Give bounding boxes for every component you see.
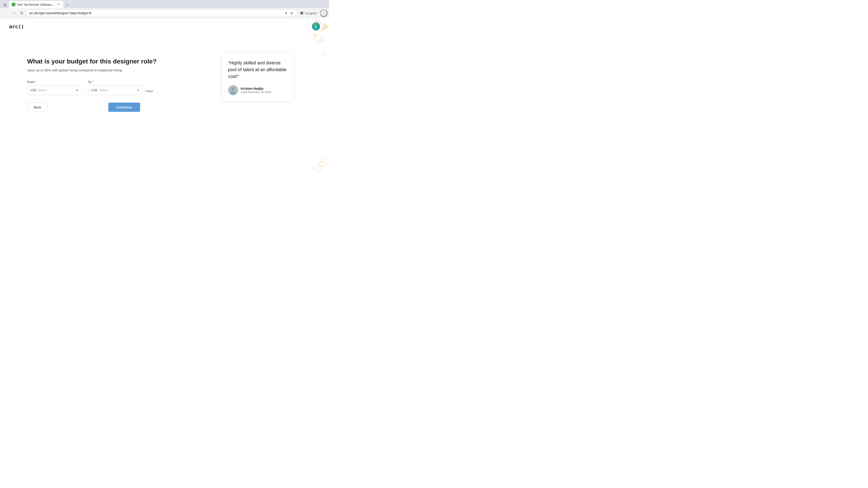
active-tab[interactable]: Hire Top Remote Software Dev ✕	[9, 1, 63, 8]
continue-button[interactable]: Continue	[108, 103, 140, 112]
forward-button[interactable]: →	[10, 9, 17, 17]
to-label: To *	[88, 80, 142, 84]
svg-point-2	[231, 88, 235, 91]
tab-favicon	[12, 3, 16, 6]
address-bar[interactable]: arc.dev/get-started/designer?step=budget…	[26, 9, 297, 17]
author-info: Kristen Hadjis Lead Recruiter @ Stem	[241, 87, 272, 94]
author-title: Lead Recruiter @ Stem	[241, 90, 272, 94]
tab-title: Hire Top Remote Software Dev	[17, 3, 55, 6]
action-buttons: Back Continue	[27, 102, 140, 112]
per-hour-label: / hour	[145, 89, 153, 95]
app-header: arc() L	[0, 18, 329, 35]
to-select[interactable]: US$ Select ▼	[88, 85, 142, 95]
to-form-group: To * US$ Select ▼	[88, 80, 142, 95]
to-required-star: *	[92, 80, 93, 84]
new-tab-button[interactable]: +	[64, 2, 70, 8]
refresh-button[interactable]: ↻	[18, 9, 25, 17]
tab-switcher[interactable]	[2, 2, 8, 8]
testimonial-author: Kristen Hadjis Lead Recruiter @ Stem	[228, 85, 287, 95]
incognito-icon	[300, 11, 304, 15]
back-form-button[interactable]: Back	[27, 102, 48, 112]
author-avatar-image	[228, 85, 238, 95]
svg-point-3	[230, 92, 236, 95]
author-name: Kristen Hadjis	[241, 87, 272, 90]
from-label: From *	[27, 80, 81, 84]
incognito-badge[interactable]: Incognito	[298, 10, 319, 16]
page-title: What is your budget for this designer ro…	[27, 57, 213, 66]
budget-form: From * US$ Select ▼ -	[27, 80, 213, 95]
page-subtitle: Save up to 58% with global hiring compar…	[27, 68, 213, 72]
author-avatar	[228, 85, 238, 95]
from-currency: US$	[30, 88, 36, 92]
bookmark-icon[interactable]: ★	[284, 11, 288, 15]
url-text: arc.dev/get-started/designer?step=budget…	[29, 11, 282, 15]
tab-close-button[interactable]: ✕	[57, 3, 61, 6]
logo[interactable]: arc()	[9, 24, 24, 29]
testimonial-card: “Highly skilled and diverse pool of tale…	[221, 53, 294, 102]
from-required-star: *	[35, 80, 37, 84]
incognito-label: Incognito	[305, 11, 317, 15]
from-chevron-icon: ▼	[76, 89, 79, 92]
to-placeholder: Select	[99, 88, 135, 92]
range-separator: -	[84, 89, 85, 95]
main-content: What is your budget for this designer ro…	[0, 35, 329, 175]
app-content: arc() L What is your budget for this des…	[0, 18, 329, 175]
browser-chrome: Hire Top Remote Software Dev ✕ + ← → ↻ a…	[0, 0, 329, 18]
testimonial-quote: “Highly skilled and diverse pool of tale…	[228, 59, 287, 80]
form-section: What is your budget for this designer ro…	[27, 44, 213, 167]
budget-range-row: From * US$ Select ▼ -	[27, 80, 213, 95]
to-currency: US$	[91, 88, 97, 92]
to-chevron-icon: ▼	[136, 89, 139, 92]
tab-bar: Hire Top Remote Software Dev ✕ +	[0, 0, 329, 8]
user-avatar[interactable]: L	[312, 22, 320, 31]
from-placeholder: Select	[38, 88, 74, 92]
from-select[interactable]: US$ Select ▼	[27, 85, 81, 95]
back-button[interactable]: ←	[2, 9, 9, 17]
extensions-icon[interactable]: ⊞	[289, 11, 294, 15]
browser-menu-button[interactable]: ⋮	[320, 9, 327, 17]
nav-bar: ← → ↻ arc.dev/get-started/designer?step=…	[0, 8, 329, 18]
testimonial-section: “Highly skilled and diverse pool of tale…	[221, 44, 294, 167]
address-icons: ★ ⊞	[284, 11, 294, 15]
from-form-group: From * US$ Select ▼	[27, 80, 81, 95]
